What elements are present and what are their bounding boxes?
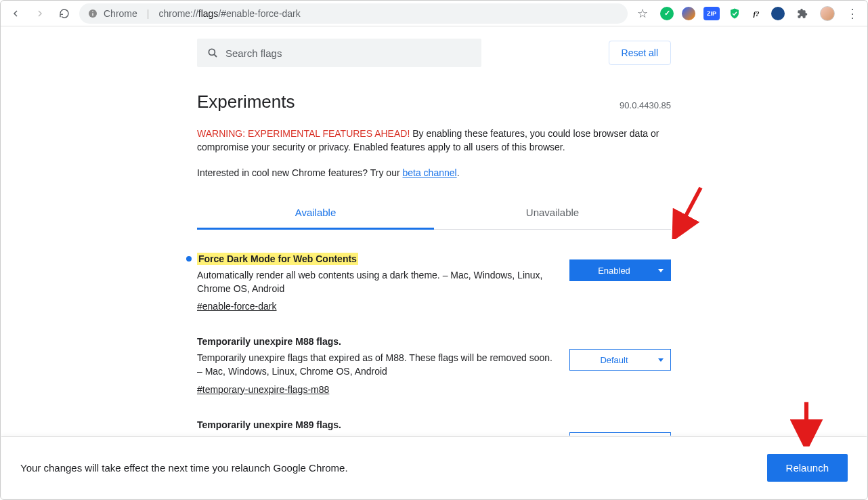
browser-toolbar: Chrome | chrome://flags/#enable-force-da… — [1, 1, 867, 26]
page-content: Search flags Reset all Experiments 90.0.… — [1, 26, 867, 436]
url-host: chrome:// — [158, 8, 198, 19]
flag-anchor-link[interactable]: #enable-force-dark — [197, 301, 277, 312]
chevron-down-icon — [658, 269, 664, 272]
tab-unavailable[interactable]: Unavailable — [434, 197, 671, 229]
flag-row: Force Dark Mode for Web Contents Automat… — [197, 253, 671, 312]
omnibox[interactable]: Chrome | chrome://flags/#enable-force-da… — [79, 3, 628, 24]
flag-title: Temporarily unexpire M88 flags. — [197, 336, 341, 347]
flag-select[interactable]: Default — [569, 432, 671, 436]
reload-button[interactable] — [55, 4, 74, 23]
search-placeholder: Search flags — [225, 47, 282, 59]
flag-select[interactable]: Enabled — [569, 259, 671, 281]
extension-icon[interactable]: ✓ — [660, 7, 674, 20]
bookmark-star-icon[interactable]: ☆ — [633, 4, 652, 23]
forward-button[interactable] — [30, 4, 49, 23]
interested-prefix: Interested in cool new Chrome features? … — [197, 167, 402, 178]
extension-icon[interactable] — [771, 7, 785, 20]
chrome-menu-icon[interactable]: ⋮ — [843, 4, 862, 23]
tabs: Available Unavailable — [197, 197, 671, 230]
tab-available[interactable]: Available — [197, 197, 434, 230]
extension-icon[interactable] — [682, 7, 695, 20]
url-path-rest: /#enable-force-dark — [218, 8, 300, 19]
modified-indicator-icon — [186, 256, 192, 262]
search-icon — [207, 47, 219, 59]
svg-point-1 — [92, 11, 93, 12]
flag-description: Temporarily unexpire flags that expired … — [197, 435, 553, 436]
extension-icon[interactable]: ZIP — [703, 7, 720, 20]
warning-text: WARNING: EXPERIMENTAL FEATURES AHEAD! By… — [197, 127, 671, 154]
version-label: 90.0.4430.85 — [620, 100, 671, 110]
site-info-icon[interactable] — [87, 8, 98, 19]
reset-all-button[interactable]: Reset all — [609, 41, 671, 65]
extension-icon[interactable]: f? — [750, 7, 763, 20]
url-path-strong: flags — [198, 8, 219, 19]
flag-select[interactable]: Default — [569, 349, 671, 371]
url-scheme: Chrome — [104, 8, 137, 19]
relaunch-message: Your changes will take effect the next t… — [20, 462, 348, 474]
beta-prompt: Interested in cool new Chrome features? … — [197, 167, 671, 178]
flag-select-value: Default — [600, 355, 628, 365]
back-button[interactable] — [6, 4, 25, 23]
flag-title: Force Dark Mode for Web Contents — [197, 253, 358, 265]
flag-select-value: Enabled — [598, 266, 630, 276]
warning-red: WARNING: EXPERIMENTAL FEATURES AHEAD! — [197, 128, 410, 139]
page-title: Experiments — [197, 91, 671, 112]
chevron-down-icon — [658, 358, 664, 362]
svg-rect-2 — [92, 13, 93, 16]
interested-suffix: . — [457, 167, 460, 178]
search-input[interactable]: Search flags — [197, 39, 481, 67]
flag-description: Automatically render all web contents us… — [197, 269, 553, 295]
relaunch-bar: Your changes will take effect the next t… — [1, 436, 867, 499]
svg-line-4 — [214, 54, 217, 57]
top-controls: Search flags Reset all — [197, 33, 671, 72]
flag-description: Temporarily unexpire flags that expired … — [197, 352, 553, 378]
flag-title: Temporarily unexpire M89 flags. — [197, 419, 341, 430]
extension-icon[interactable] — [728, 7, 741, 20]
beta-channel-link[interactable]: beta channel — [402, 167, 456, 178]
flag-anchor-link[interactable]: #temporary-unexpire-flags-m88 — [197, 384, 329, 395]
flag-row: Temporarily unexpire M89 flags. Temporar… — [197, 419, 671, 436]
svg-point-3 — [209, 49, 215, 55]
toolbar-actions: ☆ ✓ ZIP f? ⋮ — [633, 4, 862, 23]
divider: | — [147, 8, 150, 19]
flag-row: Temporarily unexpire M88 flags. Temporar… — [197, 335, 671, 395]
relaunch-button[interactable]: Relaunch — [767, 454, 848, 482]
extensions-menu-icon[interactable] — [793, 4, 812, 23]
profile-avatar[interactable] — [820, 6, 835, 21]
